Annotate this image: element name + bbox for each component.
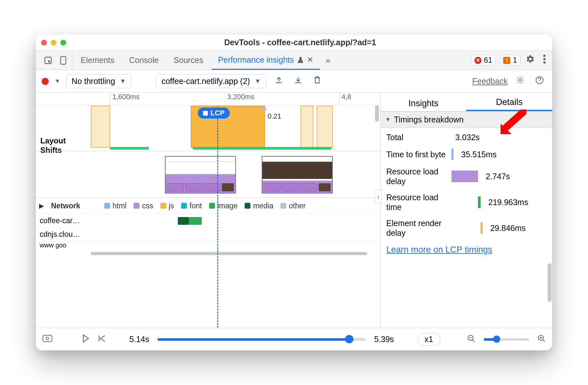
tab-label: Elements bbox=[81, 56, 114, 65]
window-controls bbox=[41, 40, 66, 46]
legend-font: font bbox=[181, 202, 202, 210]
settings-button[interactable] bbox=[522, 55, 538, 66]
devtools-window: DevTools - coffee-cart.netlify.app/?ad=1… bbox=[36, 35, 552, 350]
vertical-scrollbar[interactable] bbox=[375, 106, 379, 122]
cls-region[interactable] bbox=[300, 106, 313, 148]
legend-html: html bbox=[104, 202, 127, 210]
details-panel: › Insights Details ▼ Timings breakdown T… bbox=[380, 93, 552, 328]
svg-point-2 bbox=[543, 55, 546, 57]
titlebar: DevTools - coffee-cart.netlify.app/?ad=1 bbox=[36, 35, 552, 51]
svg-point-3 bbox=[543, 58, 546, 60]
cls-point[interactable] bbox=[262, 107, 266, 111]
delete-button[interactable] bbox=[311, 76, 324, 87]
time-tick: 3,200ms bbox=[225, 93, 254, 105]
current-time: 5.14s bbox=[129, 335, 149, 344]
svg-rect-7 bbox=[43, 335, 52, 342]
device-toolbar-icon[interactable] bbox=[59, 56, 67, 65]
cls-region[interactable] bbox=[91, 106, 110, 148]
inspect-element-icon[interactable] bbox=[44, 56, 53, 65]
stop-icon bbox=[203, 111, 208, 116]
svg-rect-1 bbox=[61, 57, 66, 64]
tab-console[interactable]: Console bbox=[123, 51, 165, 70]
cls-value: 0.21 bbox=[268, 112, 281, 120]
svg-point-4 bbox=[543, 61, 546, 64]
warning-count: 1 bbox=[513, 56, 517, 65]
play-button[interactable] bbox=[82, 334, 89, 345]
timing-row-ttfb: Time to first byte 35.515ms bbox=[386, 149, 546, 160]
time-tick: 1,600ms bbox=[110, 93, 139, 105]
warning-count-badge[interactable]: ! 1 bbox=[500, 55, 521, 66]
throttling-select[interactable]: No throttling ▼ bbox=[66, 74, 132, 88]
insights-toolbar: ▼ No throttling ▼ coffee-cart.netlify.ap… bbox=[36, 70, 552, 93]
horizontal-scrollbar[interactable] bbox=[36, 251, 380, 256]
feedback-link[interactable]: Feedback bbox=[472, 77, 508, 86]
time-ruler[interactable]: 1,600ms 3,200ms 4,8 bbox=[36, 93, 380, 106]
record-button[interactable] bbox=[42, 78, 49, 85]
error-icon: ✕ bbox=[474, 57, 482, 64]
vertical-scrollbar[interactable] bbox=[548, 263, 552, 302]
import-button[interactable] bbox=[291, 76, 305, 87]
zoom-out-button[interactable] bbox=[467, 334, 475, 345]
network-row[interactable]: coffee-car… bbox=[36, 214, 380, 227]
timing-row-load-time: Resource load time 219.963ms bbox=[386, 192, 546, 212]
zoom-window-button[interactable] bbox=[60, 40, 66, 46]
network-label: Network bbox=[51, 202, 80, 210]
more-tabs-button[interactable]: » bbox=[322, 55, 335, 66]
window-title: DevTools - coffee-cart.netlify.app/?ad=1 bbox=[73, 38, 528, 47]
legend-js: js bbox=[160, 202, 174, 210]
error-count-badge[interactable]: ✕ 61 bbox=[471, 55, 496, 66]
learn-more-link[interactable]: Learn more on LCP timings bbox=[380, 242, 552, 260]
chevron-down-icon: ▼ bbox=[255, 78, 261, 85]
legend-image: image bbox=[209, 202, 238, 210]
chevron-down-icon: ▼ bbox=[120, 78, 126, 85]
legend-css: css bbox=[134, 202, 153, 210]
recording-value: coffee-cart.netlify.app (2) bbox=[161, 77, 250, 86]
screenshot-thumbnail[interactable] bbox=[262, 156, 333, 193]
annotation-arrow-icon bbox=[497, 109, 526, 135]
record-menu-caret[interactable]: ▼ bbox=[55, 78, 60, 85]
panel-settings-button[interactable] bbox=[513, 76, 527, 87]
playback-speed[interactable]: x1 bbox=[417, 333, 441, 346]
more-options-button[interactable] bbox=[540, 55, 549, 66]
lcp-label: LCP bbox=[210, 109, 225, 117]
network-lane-header[interactable]: ▶ Network html css js font image media o… bbox=[36, 198, 380, 214]
tab-label: Sources bbox=[174, 56, 203, 65]
throttling-value: No throttling bbox=[72, 77, 115, 86]
disclosure-triangle-icon: ▼ bbox=[385, 116, 391, 123]
recording-select[interactable]: coffee-cart.netlify.app (2) ▼ bbox=[156, 74, 266, 88]
rewind-button[interactable] bbox=[98, 335, 106, 344]
total-time: 5.39s bbox=[374, 335, 394, 344]
request-name: coffee-car… bbox=[40, 216, 95, 225]
close-window-button[interactable] bbox=[41, 40, 47, 46]
section-timings-breakdown[interactable]: ▼ Timings breakdown bbox=[380, 111, 552, 128]
cls-region[interactable] bbox=[317, 106, 333, 148]
error-count: 61 bbox=[484, 56, 492, 65]
zoom-in-button[interactable] bbox=[537, 334, 546, 345]
tab-sources[interactable]: Sources bbox=[167, 51, 210, 70]
tab-performance-insights[interactable]: Performance insights ✕ bbox=[212, 51, 320, 70]
svg-point-8 bbox=[46, 337, 49, 340]
playback-toolbar: 5.14s 5.39s x1 bbox=[36, 328, 552, 350]
warning-icon: ! bbox=[503, 57, 510, 64]
collapse-panel-button[interactable]: › bbox=[375, 190, 382, 204]
timing-bar bbox=[110, 147, 149, 150]
scrubber[interactable] bbox=[157, 338, 366, 341]
minimize-window-button[interactable] bbox=[51, 40, 56, 46]
screenshot-thumbnail[interactable] bbox=[165, 156, 236, 193]
time-tick: 4,8 bbox=[339, 93, 351, 105]
tab-details[interactable]: Details bbox=[466, 97, 552, 111]
zoom-slider[interactable] bbox=[484, 338, 529, 341]
playhead[interactable] bbox=[217, 106, 218, 328]
export-button[interactable] bbox=[272, 76, 286, 87]
lcp-marker[interactable]: LCP bbox=[198, 108, 230, 119]
network-row[interactable]: cdnjs.clou… bbox=[36, 227, 380, 241]
request-name: cdnjs.clou… bbox=[40, 230, 95, 239]
legend-media: media bbox=[245, 202, 273, 210]
tab-elements[interactable]: Elements bbox=[74, 51, 121, 70]
close-tab-icon[interactable]: ✕ bbox=[307, 55, 313, 64]
toggle-visibility-button[interactable] bbox=[42, 335, 53, 344]
flask-icon bbox=[297, 56, 304, 63]
network-row[interactable]: www goo bbox=[36, 241, 380, 249]
tab-insights[interactable]: Insights bbox=[380, 99, 466, 111]
help-button[interactable] bbox=[533, 76, 546, 87]
